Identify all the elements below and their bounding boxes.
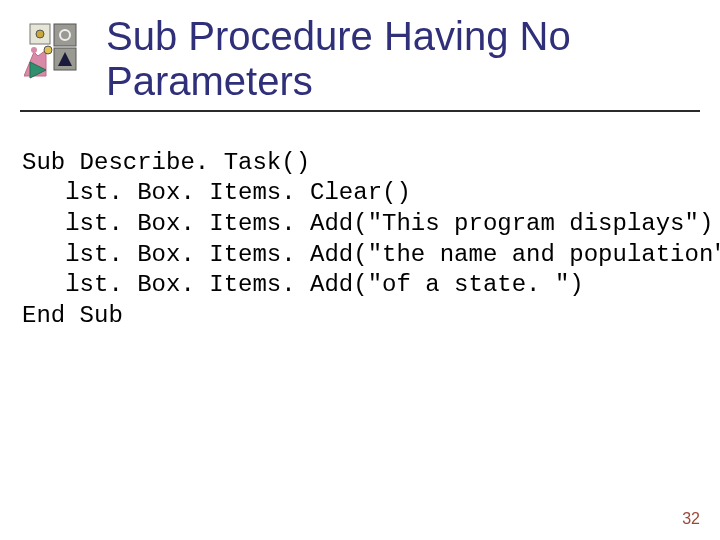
svg-point-8 xyxy=(44,46,52,54)
header-row: Sub Procedure Having No Parameters xyxy=(20,14,700,104)
code-block: Sub Describe. Task() lst. Box. Items. Cl… xyxy=(0,120,720,332)
header-divider xyxy=(20,110,700,112)
svg-rect-2 xyxy=(54,24,76,46)
code-line: Sub Describe. Task() xyxy=(22,149,310,176)
code-line: lst. Box. Items. Add("This program displ… xyxy=(22,210,713,237)
page-number: 32 xyxy=(682,510,700,528)
slide-title: Sub Procedure Having No Parameters xyxy=(106,14,700,104)
code-line: lst. Box. Items. Clear() xyxy=(22,179,411,206)
code-line: lst. Box. Items. Add("of a state. ") xyxy=(22,271,584,298)
slide-header: Sub Procedure Having No Parameters xyxy=(0,0,720,120)
logo-icon xyxy=(24,20,88,84)
svg-point-7 xyxy=(31,47,37,53)
code-line: End Sub xyxy=(22,302,123,329)
code-line: lst. Box. Items. Add("the name and popul… xyxy=(22,241,720,268)
svg-point-1 xyxy=(36,30,44,38)
slide: Sub Procedure Having No Parameters Sub D… xyxy=(0,0,720,540)
